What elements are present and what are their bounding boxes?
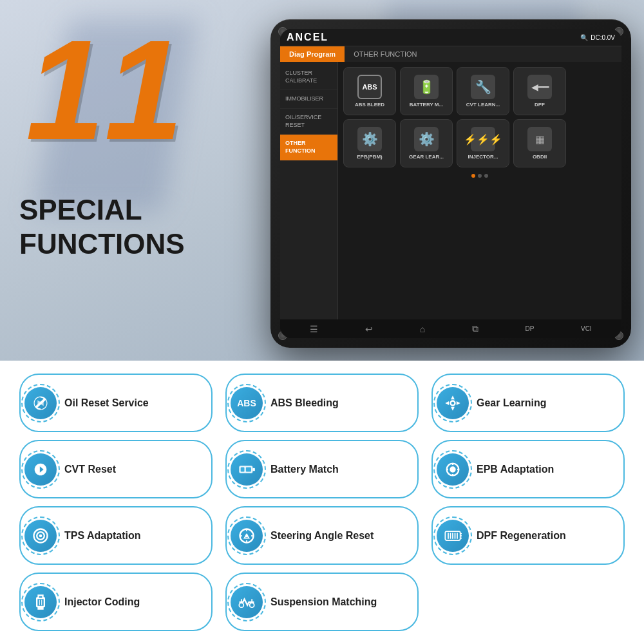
function-abs-bleeding[interactable]: ABS ABS Bleeding	[225, 374, 419, 432]
top-section: 11 SPECIAL FUNCTIONS ANCEL 🔍 DC:0.0V	[0, 0, 644, 361]
injector-coding-label: Injector Coding	[64, 596, 140, 608]
abs-bleeding-icon-wrap: ABS	[231, 387, 263, 419]
screen-inner: ANCEL 🔍 DC:0.0V Diag Program OTHER FUNCT…	[280, 29, 621, 338]
svg-point-6	[39, 534, 43, 537]
injector-coding-icon-wrap	[24, 586, 57, 618]
brand-name: ANCEL	[287, 32, 328, 43]
tab-other-function[interactable]: OTHER FUNCTION	[345, 46, 426, 62]
battery-label: BATTERY M...	[410, 102, 443, 108]
screen-bottom-nav: ☰ ↩ ⌂ ⧉ DP VCI	[280, 319, 621, 338]
svg-point-15	[239, 603, 243, 607]
grid-abs-bleed[interactable]: ABS ABS BLEED	[343, 67, 396, 115]
dot-1	[471, 174, 475, 178]
function-epb-adaptation[interactable]: EPB Adaptation	[431, 440, 625, 498]
oil-reset-label: Oil Reset Service	[64, 397, 149, 409]
gear-learning-label: Gear Learning	[477, 397, 546, 409]
tps-adaptation-icon-wrap	[24, 520, 57, 552]
nav-copy-icon[interactable]: ⧉	[472, 323, 478, 334]
screen-grid: ABS ABS BLEED 🔋 BATTERY M... 🔧 CVT LEARN	[338, 62, 621, 319]
svg-rect-3	[246, 467, 251, 471]
big-number: 11	[26, 19, 184, 161]
grid-gear[interactable]: ⚙️ GEAR LEAR...	[400, 119, 453, 167]
nav-home-icon[interactable]: ⌂	[420, 324, 425, 334]
dpf-regen-label: DPF Regeneration	[477, 530, 566, 542]
bottom-section: Oil Reset Service ABS ABS Bleeding Gear …	[0, 361, 644, 644]
cvt-reset-label: CVT Reset	[64, 464, 116, 475]
function-injector-coding[interactable]: Injector Coding	[19, 573, 213, 631]
dot-indicators	[343, 171, 616, 180]
suspension-matching-svg-icon	[238, 593, 256, 611]
injector-icon: ⚡⚡⚡	[471, 127, 495, 151]
obdii-icon: ▦	[527, 127, 552, 151]
dpf-regen-icon-wrap	[437, 520, 469, 552]
function-tps-adaptation[interactable]: TPS Adaptation	[19, 506, 213, 565]
injector-coding-svg-icon	[32, 593, 50, 611]
gear-icon: ⚙️	[414, 127, 439, 151]
svg-rect-0	[239, 466, 252, 473]
battery-match-label: Battery Match	[270, 464, 339, 475]
gear-learning-svg-icon	[444, 394, 462, 412]
screen-sidebar: CLUSTER CALIBRATE IMMOBILISER OIL/SERVIC…	[280, 62, 338, 319]
oil-reset-icon-wrap	[24, 387, 57, 419]
grid-obdii[interactable]: ▦ OBDII	[513, 119, 566, 167]
svg-rect-1	[252, 468, 255, 471]
screen-main: CLUSTER CALIBRATE IMMOBILISER OIL/SERVIC…	[280, 62, 621, 319]
function-battery-match[interactable]: Battery Match	[225, 440, 419, 498]
grid-battery[interactable]: 🔋 BATTERY M...	[400, 67, 453, 115]
abs-icon: ABS	[357, 75, 382, 99]
svg-point-7	[240, 529, 254, 542]
steering-angle-icon-wrap	[231, 520, 263, 552]
steering-angle-svg-icon	[238, 527, 256, 545]
abs-bleeding-label: ABS Bleeding	[270, 397, 339, 409]
sidebar-immobiliser[interactable]: IMMOBILISER	[280, 90, 337, 109]
function-gear-learning[interactable]: Gear Learning	[431, 374, 625, 432]
battery-match-icon-wrap	[231, 453, 263, 486]
cvt-reset-icon-wrap	[24, 453, 57, 486]
tab-diag-program[interactable]: Diag Program	[280, 46, 345, 62]
nav-back-icon[interactable]: ↩	[365, 324, 373, 334]
sidebar-oil-reset[interactable]: OIL/SERVICE RESET	[280, 109, 337, 135]
nav-menu-icon[interactable]: ☰	[310, 324, 318, 334]
grid-epb[interactable]: ⚙️ EPB(PBM)	[343, 119, 396, 167]
nav-vci[interactable]: VCI	[581, 325, 592, 332]
sidebar-cluster[interactable]: CLUSTER CALIBRATE	[280, 64, 337, 90]
dpf-regen-svg-icon	[444, 527, 462, 545]
function-suspension-matching[interactable]: Suspension Matching	[225, 573, 419, 631]
epb-label: EPB(PBM)	[357, 154, 383, 160]
function-cvt-reset[interactable]: CVT Reset	[19, 440, 213, 498]
injector-label: INJECTOR...	[468, 154, 498, 160]
svg-point-4	[447, 463, 459, 475]
gear-label: GEAR LEAR...	[409, 154, 444, 160]
epb-icon: ⚙️	[357, 127, 382, 151]
sidebar-other-function[interactable]: OTHER FUNCTION	[280, 135, 337, 160]
obdii-label: OBDII	[533, 154, 547, 160]
cvt-reset-svg-icon	[32, 460, 50, 478]
cvt-label: CVT LEARN...	[466, 102, 500, 108]
dc-value: 🔍 DC:0.0V	[580, 34, 615, 41]
oil-reset-svg-icon	[32, 394, 50, 412]
function-oil-reset[interactable]: Oil Reset Service	[19, 374, 213, 432]
dot-3	[484, 174, 488, 178]
functions-grid: Oil Reset Service ABS ABS Bleeding Gear …	[19, 374, 625, 631]
nav-dp[interactable]: DP	[525, 325, 534, 332]
abs-bleeding-icon: ABS	[237, 398, 256, 408]
grid-dpf[interactable]: ◀━━ DPF	[513, 67, 566, 115]
suspension-matching-icon-wrap	[231, 586, 263, 618]
tps-adaptation-svg-icon	[32, 527, 50, 545]
battery-match-svg-icon	[238, 460, 256, 478]
cvt-icon: 🔧	[471, 75, 495, 99]
device-screen: ANCEL 🔍 DC:0.0V Diag Program OTHER FUNCT…	[280, 29, 621, 338]
svg-point-16	[250, 603, 254, 607]
grid-cvt[interactable]: 🔧 CVT LEARN...	[457, 67, 509, 115]
grid-injector[interactable]: ⚡⚡⚡ INJECTOR...	[457, 119, 509, 167]
function-steering-angle[interactable]: Steering Angle Reset	[225, 506, 419, 565]
function-dpf-regen[interactable]: DPF Regeneration	[431, 506, 625, 565]
tps-adaptation-label: TPS Adaptation	[64, 530, 141, 542]
special-functions-text: SPECIAL FUNCTIONS	[19, 193, 185, 261]
steering-angle-label: Steering Angle Reset	[270, 530, 374, 542]
device-body: ANCEL 🔍 DC:0.0V Diag Program OTHER FUNCT…	[270, 19, 631, 348]
device-container: ANCEL 🔍 DC:0.0V Diag Program OTHER FUNCT…	[270, 19, 631, 348]
battery-icon: 🔋	[414, 75, 439, 99]
svg-point-8	[245, 534, 249, 537]
svg-rect-9	[445, 531, 460, 540]
